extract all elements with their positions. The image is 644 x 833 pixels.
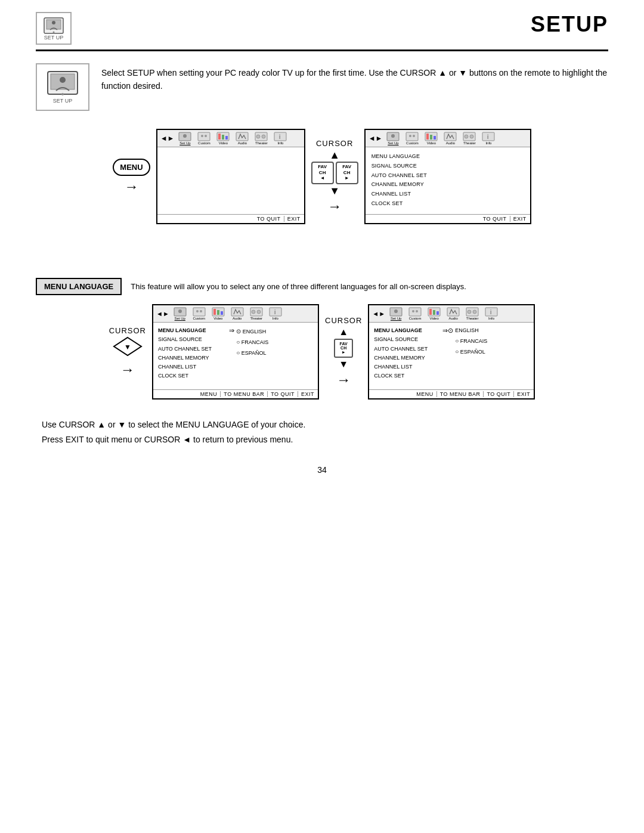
- footer-exit-r: EXIT: [510, 216, 527, 222]
- tv-menu-theater-ll: Theater: [248, 307, 265, 320]
- tv-menu-custom: Custom: [196, 132, 212, 145]
- tv-menu-info: i Info: [272, 132, 289, 145]
- svg-point-58: [412, 310, 414, 312]
- page-number: 34: [36, 465, 608, 475]
- tv-menu-setup-ll: Set Up: [172, 307, 188, 320]
- tv-lang-content-left: MENU LANGUAGE SIGNAL SOURCE AUTO CHANNEL…: [153, 323, 318, 389]
- svg-point-56: [394, 309, 398, 313]
- tv-menubar-right: ◄► Set Up Custom Video Audio Theater: [366, 130, 530, 147]
- intro-setup-icon: SET UP: [36, 63, 89, 111]
- svg-rect-29: [426, 134, 429, 140]
- svg-point-12: [205, 135, 207, 137]
- menu-arrow-group: MENU →: [113, 159, 150, 195]
- tv-menu-video-r: Video: [423, 132, 439, 145]
- page-title: SETUP: [531, 12, 608, 37]
- menu-item-auto-ch: AUTO CHANNEL SET: [371, 171, 524, 181]
- header-setup-icon: SET UP: [36, 12, 72, 45]
- svg-point-19: [256, 135, 260, 138]
- svg-rect-49: [231, 308, 243, 316]
- svg-rect-48: [221, 311, 223, 315]
- svg-rect-31: [434, 136, 436, 140]
- fav-ch-right-btn[interactable]: FAV CH ►: [336, 162, 358, 184]
- tv-screen-left: ◄► Set Up Custom Video Audio Theater: [156, 129, 305, 224]
- cursor-label2: CURSOR: [109, 326, 146, 335]
- svg-rect-17: [236, 132, 248, 141]
- footer-exit-rl: EXIT: [513, 391, 530, 397]
- tv-menu-info-ll: i Info: [267, 307, 284, 320]
- svg-rect-16: [225, 136, 228, 140]
- svg-point-24: [391, 134, 395, 138]
- tv-menu-video-ll: Video: [210, 307, 227, 320]
- svg-point-3: [52, 21, 55, 24]
- svg-point-2: [53, 31, 55, 33]
- svg-rect-63: [436, 311, 439, 315]
- tv-lang-content-right: MENU LANGUAGE SIGNAL SOURCE AUTO CHANNEL…: [369, 323, 534, 389]
- tv-menu-theater-rl: Theater: [464, 307, 481, 320]
- tv-menubar-lang-r: ◄► Set Up Custom Video Audio Theater: [369, 305, 534, 323]
- svg-point-52: [257, 310, 261, 314]
- footer-to-quit-rl: TO QUIT: [483, 391, 510, 397]
- svg-point-7: [60, 77, 66, 83]
- footer-to-quit-ll: TO QUIT: [267, 391, 295, 397]
- footer-to-menu-bar-rl: TO MENU BAR: [436, 391, 481, 397]
- diagram2: CURSOR ▼ → ◄► Set Up Custom Video: [36, 304, 608, 400]
- svg-point-11: [201, 135, 203, 137]
- svg-rect-62: [433, 310, 435, 315]
- tv-footer-right: TO QUIT EXIT: [366, 214, 530, 223]
- section-label-box: MENU LANGUAGE: [36, 278, 122, 295]
- svg-text:i: i: [490, 309, 491, 315]
- footer-exit-ll: EXIT: [298, 391, 314, 397]
- tv-footer-lang-l: MENU TO MENU BAR TO QUIT EXIT: [153, 389, 318, 398]
- tv-content-right: MENU LANGUAGE SIGNAL SOURCE AUTO CHANNEL…: [366, 147, 530, 213]
- tv-screen-right: ◄► Set Up Custom Video Audio Theater: [364, 129, 531, 224]
- svg-point-43: [196, 310, 199, 312]
- svg-point-59: [416, 310, 418, 312]
- tv-menubar-lang-l: ◄► Set Up Custom Video Audio Theater: [153, 305, 318, 323]
- svg-point-67: [473, 310, 476, 314]
- tv-nav-arrows-r: ◄►: [369, 134, 383, 143]
- tv-menu-custom-ll: Custom: [191, 307, 208, 320]
- menu-item-clock: CLOCK SET: [371, 199, 524, 209]
- svg-text:▼: ▼: [124, 343, 131, 351]
- tv-nav-arrows-ll: ◄►: [156, 310, 169, 317]
- intro-section: SET UP Select SETUP when setting your PC…: [36, 63, 608, 111]
- svg-point-26: [409, 135, 411, 137]
- tv-menubar-left: ◄► Set Up Custom Video Audio Theater: [157, 130, 304, 147]
- section-label-row: MENU LANGUAGE This feature will allow yo…: [36, 278, 608, 295]
- tv-footer-left: TO QUIT EXIT: [157, 214, 304, 223]
- tv-menu-audio-r: Audio: [442, 132, 459, 145]
- diagram1: MENU → ◄► Set Up Custom Video Audio: [36, 129, 608, 224]
- tv-content-left: [157, 147, 304, 163]
- svg-text:i: i: [274, 309, 275, 315]
- svg-point-20: [262, 135, 265, 138]
- tv-menu-theater: Theater: [253, 132, 270, 145]
- fav-ch-left-btn[interactable]: FAV CH ◄: [311, 162, 334, 184]
- header-icon-label: SET UP: [44, 35, 63, 41]
- tv-menu-setup: Set Up: [177, 132, 193, 145]
- footer-to-menu-bar-ll: TO MENU BAR: [220, 391, 264, 397]
- svg-rect-32: [444, 132, 456, 141]
- svg-point-6: [61, 93, 64, 95]
- footer-menu-ll: MENU: [197, 391, 218, 397]
- tv-nav-arrows-rl: ◄►: [372, 310, 385, 317]
- tv-menu-info-r: i Info: [480, 132, 497, 145]
- svg-rect-57: [409, 308, 421, 316]
- footer-line2: Press EXIT to quit menu or CURSOR ◄ to r…: [42, 432, 602, 447]
- tv-menu-video-rl: Video: [426, 307, 442, 320]
- tv-menu-theater-r: Theater: [461, 132, 478, 145]
- cursor-label3: CURSOR: [325, 316, 362, 325]
- svg-rect-15: [222, 135, 224, 140]
- svg-rect-14: [218, 134, 221, 140]
- tv-menu-audio-rl: Audio: [445, 307, 462, 320]
- footer-line1: Use CURSOR ▲ or ▼ to select the MENU LAN…: [42, 417, 602, 432]
- page-header: SET UP SETUP: [36, 12, 608, 51]
- svg-point-9: [183, 134, 187, 138]
- tv-menu-video: Video: [215, 132, 231, 145]
- svg-point-34: [465, 135, 468, 138]
- tv-menu-setup-rl: Set Up: [388, 307, 404, 320]
- menu-item-ch-list: CHANNEL LIST: [371, 190, 524, 199]
- svg-rect-30: [430, 135, 432, 140]
- footer-to-quit-r: TO QUIT: [480, 216, 507, 222]
- svg-point-41: [178, 309, 182, 313]
- svg-point-66: [467, 310, 471, 314]
